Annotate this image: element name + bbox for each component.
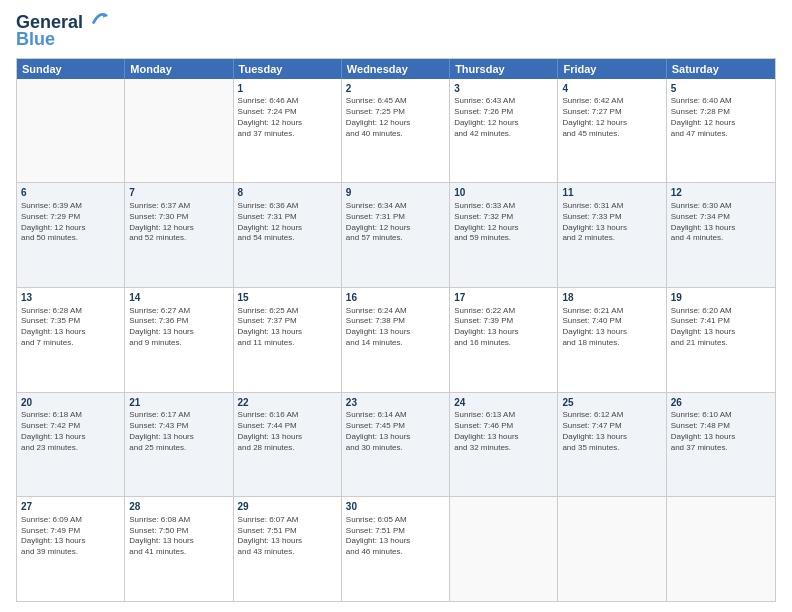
day-number: 20 (21, 396, 120, 410)
cell-info: Sunrise: 6:10 AM Sunset: 7:48 PM Dayligh… (671, 410, 771, 453)
cell-info: Sunrise: 6:05 AM Sunset: 7:51 PM Dayligh… (346, 515, 445, 558)
page: General Blue SundayMondayTuesdayWednesda… (0, 0, 792, 612)
calendar-cell-2-2: 7Sunrise: 6:37 AM Sunset: 7:30 PM Daylig… (125, 183, 233, 287)
cell-info: Sunrise: 6:14 AM Sunset: 7:45 PM Dayligh… (346, 410, 445, 453)
day-number: 19 (671, 291, 771, 305)
calendar-header: SundayMondayTuesdayWednesdayThursdayFrid… (17, 59, 775, 79)
day-number: 24 (454, 396, 553, 410)
calendar-cell-4-6: 25Sunrise: 6:12 AM Sunset: 7:47 PM Dayli… (558, 393, 666, 497)
cell-info: Sunrise: 6:16 AM Sunset: 7:44 PM Dayligh… (238, 410, 337, 453)
day-number: 1 (238, 82, 337, 96)
calendar-cell-3-2: 14Sunrise: 6:27 AM Sunset: 7:36 PM Dayli… (125, 288, 233, 392)
calendar-cell-2-6: 11Sunrise: 6:31 AM Sunset: 7:33 PM Dayli… (558, 183, 666, 287)
day-number: 3 (454, 82, 553, 96)
day-header-wednesday: Wednesday (342, 59, 450, 79)
cell-info: Sunrise: 6:28 AM Sunset: 7:35 PM Dayligh… (21, 306, 120, 349)
calendar-cell-4-1: 20Sunrise: 6:18 AM Sunset: 7:42 PM Dayli… (17, 393, 125, 497)
calendar-cell-5-3: 29Sunrise: 6:07 AM Sunset: 7:51 PM Dayli… (234, 497, 342, 601)
calendar-cell-3-1: 13Sunrise: 6:28 AM Sunset: 7:35 PM Dayli… (17, 288, 125, 392)
day-number: 6 (21, 186, 120, 200)
day-header-sunday: Sunday (17, 59, 125, 79)
day-number: 16 (346, 291, 445, 305)
day-number: 27 (21, 500, 120, 514)
calendar-cell-4-2: 21Sunrise: 6:17 AM Sunset: 7:43 PM Dayli… (125, 393, 233, 497)
calendar-cell-3-5: 17Sunrise: 6:22 AM Sunset: 7:39 PM Dayli… (450, 288, 558, 392)
calendar-cell-1-5: 3Sunrise: 6:43 AM Sunset: 7:26 PM Daylig… (450, 79, 558, 183)
cell-info: Sunrise: 6:24 AM Sunset: 7:38 PM Dayligh… (346, 306, 445, 349)
day-number: 9 (346, 186, 445, 200)
cell-info: Sunrise: 6:39 AM Sunset: 7:29 PM Dayligh… (21, 201, 120, 244)
day-header-tuesday: Tuesday (234, 59, 342, 79)
day-number: 7 (129, 186, 228, 200)
cell-info: Sunrise: 6:30 AM Sunset: 7:34 PM Dayligh… (671, 201, 771, 244)
calendar-cell-2-5: 10Sunrise: 6:33 AM Sunset: 7:32 PM Dayli… (450, 183, 558, 287)
day-number: 11 (562, 186, 661, 200)
day-number: 21 (129, 396, 228, 410)
day-number: 28 (129, 500, 228, 514)
day-number: 30 (346, 500, 445, 514)
cell-info: Sunrise: 6:27 AM Sunset: 7:36 PM Dayligh… (129, 306, 228, 349)
calendar-cell-5-5 (450, 497, 558, 601)
cell-info: Sunrise: 6:37 AM Sunset: 7:30 PM Dayligh… (129, 201, 228, 244)
calendar-week-5: 27Sunrise: 6:09 AM Sunset: 7:49 PM Dayli… (17, 497, 775, 601)
calendar-week-2: 6Sunrise: 6:39 AM Sunset: 7:29 PM Daylig… (17, 183, 775, 288)
calendar-body: 1Sunrise: 6:46 AM Sunset: 7:24 PM Daylig… (17, 79, 775, 601)
calendar-week-1: 1Sunrise: 6:46 AM Sunset: 7:24 PM Daylig… (17, 79, 775, 184)
calendar-cell-5-1: 27Sunrise: 6:09 AM Sunset: 7:49 PM Dayli… (17, 497, 125, 601)
calendar-cell-4-3: 22Sunrise: 6:16 AM Sunset: 7:44 PM Dayli… (234, 393, 342, 497)
day-number: 14 (129, 291, 228, 305)
calendar-cell-3-3: 15Sunrise: 6:25 AM Sunset: 7:37 PM Dayli… (234, 288, 342, 392)
logo-icon (90, 10, 108, 28)
day-number: 10 (454, 186, 553, 200)
day-header-friday: Friday (558, 59, 666, 79)
day-header-thursday: Thursday (450, 59, 558, 79)
calendar-cell-4-7: 26Sunrise: 6:10 AM Sunset: 7:48 PM Dayli… (667, 393, 775, 497)
day-number: 17 (454, 291, 553, 305)
cell-info: Sunrise: 6:22 AM Sunset: 7:39 PM Dayligh… (454, 306, 553, 349)
day-header-monday: Monday (125, 59, 233, 79)
calendar-cell-2-4: 9Sunrise: 6:34 AM Sunset: 7:31 PM Daylig… (342, 183, 450, 287)
calendar-cell-1-3: 1Sunrise: 6:46 AM Sunset: 7:24 PM Daylig… (234, 79, 342, 183)
cell-info: Sunrise: 6:09 AM Sunset: 7:49 PM Dayligh… (21, 515, 120, 558)
cell-info: Sunrise: 6:17 AM Sunset: 7:43 PM Dayligh… (129, 410, 228, 453)
cell-info: Sunrise: 6:13 AM Sunset: 7:46 PM Dayligh… (454, 410, 553, 453)
day-number: 2 (346, 82, 445, 96)
cell-info: Sunrise: 6:46 AM Sunset: 7:24 PM Dayligh… (238, 96, 337, 139)
calendar-cell-3-4: 16Sunrise: 6:24 AM Sunset: 7:38 PM Dayli… (342, 288, 450, 392)
calendar-cell-2-7: 12Sunrise: 6:30 AM Sunset: 7:34 PM Dayli… (667, 183, 775, 287)
cell-info: Sunrise: 6:07 AM Sunset: 7:51 PM Dayligh… (238, 515, 337, 558)
calendar-cell-2-3: 8Sunrise: 6:36 AM Sunset: 7:31 PM Daylig… (234, 183, 342, 287)
day-number: 12 (671, 186, 771, 200)
day-header-saturday: Saturday (667, 59, 775, 79)
calendar-cell-5-2: 28Sunrise: 6:08 AM Sunset: 7:50 PM Dayli… (125, 497, 233, 601)
cell-info: Sunrise: 6:12 AM Sunset: 7:47 PM Dayligh… (562, 410, 661, 453)
day-number: 22 (238, 396, 337, 410)
day-number: 29 (238, 500, 337, 514)
cell-info: Sunrise: 6:25 AM Sunset: 7:37 PM Dayligh… (238, 306, 337, 349)
day-number: 8 (238, 186, 337, 200)
day-number: 5 (671, 82, 771, 96)
day-number: 4 (562, 82, 661, 96)
cell-info: Sunrise: 6:31 AM Sunset: 7:33 PM Dayligh… (562, 201, 661, 244)
logo: General Blue (16, 12, 108, 50)
calendar-week-3: 13Sunrise: 6:28 AM Sunset: 7:35 PM Dayli… (17, 288, 775, 393)
cell-info: Sunrise: 6:36 AM Sunset: 7:31 PM Dayligh… (238, 201, 337, 244)
header: General Blue (16, 12, 776, 50)
cell-info: Sunrise: 6:45 AM Sunset: 7:25 PM Dayligh… (346, 96, 445, 139)
calendar-cell-2-1: 6Sunrise: 6:39 AM Sunset: 7:29 PM Daylig… (17, 183, 125, 287)
calendar-cell-3-6: 18Sunrise: 6:21 AM Sunset: 7:40 PM Dayli… (558, 288, 666, 392)
cell-info: Sunrise: 6:42 AM Sunset: 7:27 PM Dayligh… (562, 96, 661, 139)
day-number: 23 (346, 396, 445, 410)
calendar-week-4: 20Sunrise: 6:18 AM Sunset: 7:42 PM Dayli… (17, 393, 775, 498)
calendar-cell-1-7: 5Sunrise: 6:40 AM Sunset: 7:28 PM Daylig… (667, 79, 775, 183)
calendar-cell-1-6: 4Sunrise: 6:42 AM Sunset: 7:27 PM Daylig… (558, 79, 666, 183)
calendar-cell-5-7 (667, 497, 775, 601)
cell-info: Sunrise: 6:43 AM Sunset: 7:26 PM Dayligh… (454, 96, 553, 139)
cell-info: Sunrise: 6:33 AM Sunset: 7:32 PM Dayligh… (454, 201, 553, 244)
cell-info: Sunrise: 6:21 AM Sunset: 7:40 PM Dayligh… (562, 306, 661, 349)
cell-info: Sunrise: 6:34 AM Sunset: 7:31 PM Dayligh… (346, 201, 445, 244)
cell-info: Sunrise: 6:40 AM Sunset: 7:28 PM Dayligh… (671, 96, 771, 139)
calendar-cell-1-2 (125, 79, 233, 183)
calendar-cell-1-4: 2Sunrise: 6:45 AM Sunset: 7:25 PM Daylig… (342, 79, 450, 183)
day-number: 18 (562, 291, 661, 305)
